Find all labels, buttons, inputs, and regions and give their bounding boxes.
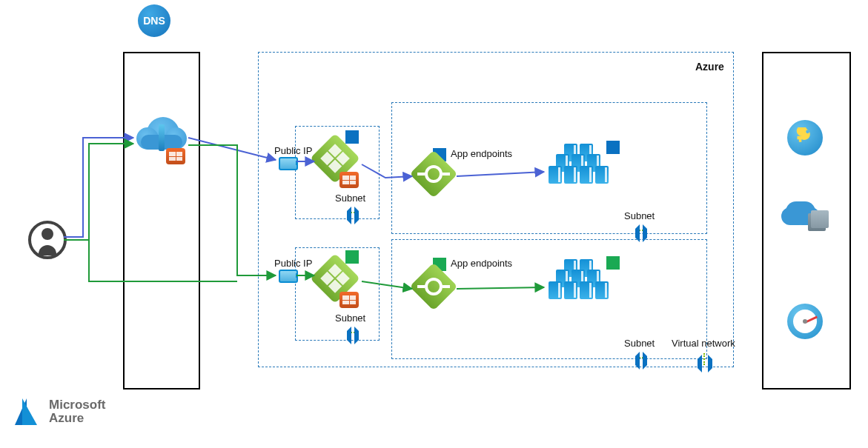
row2-tier-subnet-label: Subnet bbox=[624, 338, 655, 349]
dns-icon: DNS bbox=[138, 4, 170, 37]
virtual-network-icon bbox=[695, 350, 715, 369]
row2-public-ip-label: Public IP bbox=[274, 258, 312, 269]
public-ip-icon bbox=[279, 157, 298, 170]
subnet-icon bbox=[345, 204, 361, 221]
gauge-icon bbox=[787, 304, 823, 339]
public-ip-icon bbox=[279, 270, 298, 283]
row1-cluster-color-tag bbox=[606, 141, 620, 154]
row1-app-endpoints-label: App endpoints bbox=[451, 148, 512, 159]
row2-gw-color-tag bbox=[345, 250, 359, 264]
waf-icon bbox=[166, 148, 185, 164]
azure-box-title: Azure bbox=[695, 61, 724, 73]
key-vault-icon bbox=[787, 120, 823, 156]
dns-label: DNS bbox=[143, 15, 165, 27]
load-balancer-icon bbox=[417, 157, 451, 191]
row1-public-ip-label: Public IP bbox=[274, 145, 312, 156]
cloud-storage-icon bbox=[786, 200, 824, 230]
brand-line1: Microsoft bbox=[49, 398, 106, 412]
subnet-icon bbox=[633, 350, 649, 366]
subnet-icon bbox=[633, 222, 649, 238]
front-door-cloud-icon bbox=[136, 117, 188, 150]
waf-icon bbox=[339, 172, 359, 188]
server-cluster-icon bbox=[549, 265, 615, 307]
subnet-icon bbox=[345, 324, 361, 341]
edge-column bbox=[123, 52, 200, 390]
server-cluster-icon bbox=[549, 150, 615, 191]
row2-app-endpoints-label: App endpoints bbox=[451, 258, 512, 269]
row1-gateway-subnet-label: Subnet bbox=[335, 193, 365, 204]
user-icon bbox=[28, 221, 67, 259]
brand-line2: Azure bbox=[49, 412, 106, 425]
application-gateway-icon bbox=[317, 141, 353, 176]
row2-gateway-subnet-label: Subnet bbox=[335, 312, 365, 324]
application-gateway-icon bbox=[317, 261, 353, 296]
waf-icon bbox=[339, 292, 359, 308]
azure-logo-icon: Microsoft Azure bbox=[12, 397, 106, 427]
row2-cluster-color-tag bbox=[606, 256, 620, 270]
diagram-canvas: DNS Azure Public IP Subnet App endpoints… bbox=[0, 0, 868, 448]
load-balancer-icon bbox=[417, 270, 451, 304]
row1-tier-subnet-label: Subnet bbox=[624, 210, 655, 221]
row1-gw-color-tag bbox=[345, 130, 359, 144]
vnet-label: Virtual network bbox=[672, 338, 735, 349]
